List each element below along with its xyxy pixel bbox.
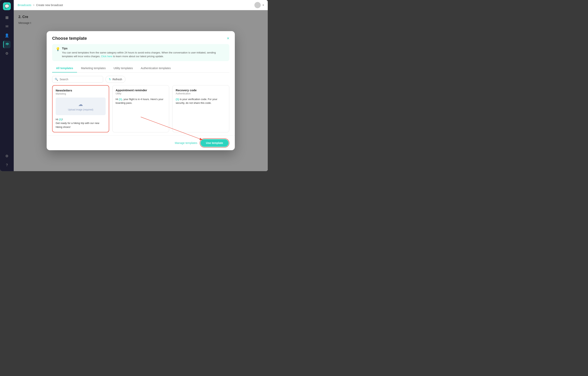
template-card-newsletters-tag: Marketing bbox=[56, 93, 106, 95]
sidebar-item-broadcasts[interactable] bbox=[3, 41, 11, 48]
breadcrumb: Broadcasts > Create new broadcast bbox=[18, 3, 63, 7]
sidebar-item-help[interactable]: ? bbox=[3, 161, 11, 169]
refresh-icon: ↻ bbox=[109, 78, 111, 81]
template-card-newsletters-body: Hi {1}! Get ready for a hiking trip with… bbox=[56, 117, 106, 129]
tab-all-templates[interactable]: All templates bbox=[52, 64, 77, 73]
template-card-appointment-tag: Utility bbox=[116, 92, 166, 95]
tabs-bar: All templates Marketing templates Utilit… bbox=[52, 64, 229, 73]
avatar bbox=[254, 2, 261, 8]
sidebar-item-integrations[interactable]: ⚙ bbox=[3, 50, 11, 57]
tips-heading: Tips bbox=[62, 47, 226, 50]
sidebar-item-inbox[interactable]: ✉ bbox=[3, 23, 11, 30]
svg-point-0 bbox=[7, 44, 8, 45]
app-logo: 💬 bbox=[3, 2, 11, 10]
manage-templates-button[interactable]: Manage templates bbox=[175, 141, 197, 145]
template-card-recovery-tag: Authentication bbox=[176, 92, 226, 95]
modal-overlay: Choose template × 💡 Tips You can send te… bbox=[14, 10, 268, 171]
tips-text-after-2: to learn more about our latest pricing u… bbox=[113, 55, 164, 58]
template-card-appointment[interactable]: Appointment reminder Utility Hi {1}, you… bbox=[112, 85, 169, 133]
use-template-button[interactable]: Use template bbox=[201, 139, 229, 147]
search-row: 🔍 ↻ Refresh bbox=[47, 73, 235, 85]
page-body: 2. Cre Message t Choose template × 💡 bbox=[14, 10, 268, 171]
template-card-newsletters[interactable]: Newsletters Marketing ☁ Upload image (re… bbox=[52, 85, 109, 133]
tips-content: Tips You can send templates from the sam… bbox=[62, 47, 226, 58]
template-card-recovery[interactable]: Recovery code Authentication {1} is your… bbox=[172, 85, 229, 133]
templates-area: Newsletters Marketing ☁ Upload image (re… bbox=[47, 85, 235, 136]
lightbulb-icon: 💡 bbox=[56, 47, 60, 58]
template-card-recovery-body: {1} is your verification code. For your … bbox=[176, 97, 226, 105]
template-card-newsletters-title: Newsletters bbox=[56, 89, 106, 92]
use-template-btn-wrapper: Use template bbox=[200, 138, 229, 147]
tab-authentication-templates[interactable]: Authentication templates bbox=[137, 64, 175, 73]
topbar: Broadcasts > Create new broadcast ▾ bbox=[14, 0, 268, 10]
breadcrumb-separator: > bbox=[33, 3, 34, 7]
template-card-appointment-body: Hi {1}, your flight is in 4 hours. Here'… bbox=[116, 97, 166, 105]
tips-banner: 💡 Tips You can send templates from the s… bbox=[52, 44, 229, 61]
upload-icon: ☁ bbox=[78, 102, 83, 107]
tips-link[interactable]: Click here bbox=[101, 55, 112, 58]
modal-header: Choose template × bbox=[47, 31, 235, 41]
tab-marketing-templates[interactable]: Marketing templates bbox=[77, 64, 110, 73]
breadcrumb-broadcasts[interactable]: Broadcasts bbox=[18, 3, 31, 7]
breadcrumb-current: Create new broadcast bbox=[36, 3, 63, 7]
chevron-down-icon[interactable]: ▾ bbox=[263, 4, 264, 6]
refresh-button[interactable]: ↻ Refresh bbox=[106, 76, 125, 83]
search-input[interactable] bbox=[60, 78, 101, 81]
sidebar-item-contacts[interactable]: 👤 bbox=[3, 32, 11, 39]
sidebar-item-settings[interactable]: ⚙ bbox=[3, 152, 11, 160]
sidebar-item-dashboard[interactable]: ▦ bbox=[3, 14, 11, 21]
var-2: {1} bbox=[119, 98, 122, 101]
var-3: {1} bbox=[176, 98, 179, 101]
tab-utility-templates[interactable]: Utility templates bbox=[110, 64, 137, 73]
close-button[interactable]: × bbox=[227, 36, 229, 41]
modal-title: Choose template bbox=[52, 36, 87, 41]
var-1: {1} bbox=[59, 118, 62, 121]
search-icon: 🔍 bbox=[55, 78, 58, 81]
tips-text: You can send templates from the same cat… bbox=[62, 51, 226, 58]
sidebar: 💬 ▦ ✉ 👤 ⚙ ⚙ ? bbox=[0, 0, 14, 171]
upload-label: Upload image (required) bbox=[68, 108, 93, 111]
upload-area[interactable]: ☁ Upload image (required) bbox=[56, 97, 106, 115]
modal-footer: Manage templates Use template bbox=[47, 136, 235, 150]
search-wrapper: 🔍 bbox=[52, 76, 103, 83]
template-card-appointment-title: Appointment reminder bbox=[116, 89, 166, 92]
choose-template-modal: Choose template × 💡 Tips You can send te… bbox=[47, 31, 235, 150]
template-card-recovery-title: Recovery code bbox=[176, 89, 226, 92]
templates-grid: Newsletters Marketing ☁ Upload image (re… bbox=[52, 85, 229, 133]
refresh-label: Refresh bbox=[113, 78, 122, 81]
topbar-right: ▾ bbox=[254, 2, 264, 8]
